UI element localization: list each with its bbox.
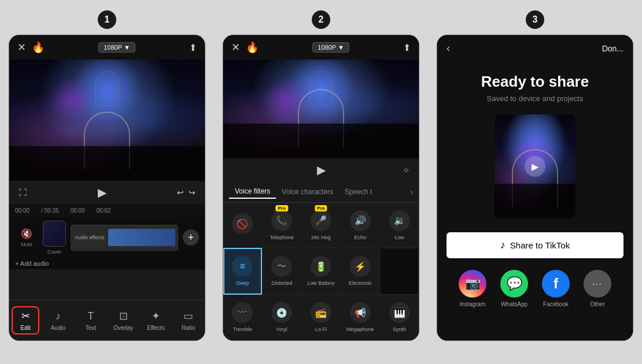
filter-deep-icon: ≡	[232, 256, 253, 277]
play-button[interactable]: ▶	[98, 185, 106, 199]
phone1-header-left: ✕ 🔥	[17, 41, 45, 54]
phone2-flame-icon: 🔥	[246, 41, 259, 54]
mute-label: Mute	[21, 242, 32, 247]
phone2-church-window	[309, 71, 333, 106]
phone3-header: ‹ Don...	[437, 35, 633, 61]
undo-icon[interactable]: ↩	[177, 188, 184, 197]
filter-michog-icon: 🎤	[311, 210, 331, 231]
filter-vinyl-label: Vinyl	[276, 326, 287, 333]
filter-telephone[interactable]: Pro 📞 Telephone	[263, 203, 301, 248]
tab-speech-text[interactable]: Speech t	[339, 185, 378, 198]
add-audio-label[interactable]: + Add audio	[15, 260, 49, 267]
redo-icon[interactable]: ↪	[189, 188, 195, 197]
time-current: 00:00	[15, 207, 29, 214]
playback-controls: ⛶ ▶ ↩ ↪	[9, 181, 205, 204]
filter-electronic-icon: ⚡	[350, 256, 371, 277]
text-label: Text	[86, 325, 96, 331]
filters-row-2: ≡ Deep 〜 Distorted 🔋 Low Battery ⚡ Elect…	[223, 248, 419, 295]
tab-voice-characters[interactable]: Voice characters	[276, 185, 339, 198]
filter-megaphone[interactable]: 📢 Megaphone	[341, 295, 379, 340]
fullscreen-icon[interactable]: ⛶	[19, 188, 27, 197]
filter-tremble-icon: 〰	[232, 302, 253, 323]
filter-telephone-label: Telephone	[270, 235, 294, 241]
phone2-resolution-badge[interactable]: 1080P ▼	[312, 42, 349, 53]
share-content: Ready to share Saved to device and proje…	[437, 61, 633, 340]
share-to-tiktok-button[interactable]: ♪ Share to TikTok	[447, 232, 623, 258]
share-video-thumbnail[interactable]: ▶	[495, 114, 575, 218]
toolbar-edit[interactable]: ✂ Edit	[12, 306, 39, 335]
play-icon: ▶	[532, 161, 538, 172]
filter-low[interactable]: 🔉 Low	[380, 203, 419, 248]
social-other[interactable]: ··· Other	[584, 270, 611, 307]
toolbar-effects[interactable]: ✦ Effects	[142, 310, 169, 331]
upload-icon[interactable]: ⬆	[189, 42, 197, 53]
add-audio-row: + Add audio	[9, 258, 205, 269]
filter-tremble-label: Tremble	[233, 326, 252, 333]
filter-echo-icon: 🔊	[350, 210, 371, 231]
filter-michog[interactable]: Pro 🎤 Mic Hog	[302, 203, 341, 248]
resolution-badge[interactable]: 1080P ▼	[98, 42, 135, 53]
timeline-track: 🔇 Mute Cover Audio effects +	[9, 217, 205, 258]
mute-track-item[interactable]: 🔇 Mute	[15, 228, 38, 247]
share-play-button[interactable]: ▶	[525, 156, 545, 177]
toolbar-audio[interactable]: ♪ Audio	[44, 310, 72, 331]
toolbar-text[interactable]: T Text	[77, 310, 105, 331]
toolbar-overlay[interactable]: ⊡ Overlay	[109, 310, 137, 331]
share-crowd-silhouette	[495, 184, 575, 218]
facebook-label: Facebook	[543, 301, 569, 307]
done-button[interactable]: Don...	[602, 44, 623, 53]
filter-lofi-icon: 📻	[311, 302, 331, 323]
back-arrow-icon[interactable]: ‹	[447, 42, 450, 54]
filter-echo[interactable]: 🔊 Echo	[341, 203, 379, 248]
social-facebook[interactable]: f Facebook	[542, 270, 570, 307]
filter-megaphone-label: Megaphone	[346, 326, 374, 333]
filter-distorted-label: Distorted	[271, 280, 292, 287]
filter-michog-label: Mic Hog	[311, 235, 330, 241]
phone2-play-button[interactable]: ▶	[317, 163, 326, 177]
other-icon: ···	[584, 270, 611, 298]
filter-michog-wrapper: Pro 🎤 Mic Hog	[302, 203, 341, 248]
time-total: / 00:35	[41, 207, 59, 214]
filter-low-battery[interactable]: 🔋 Low Battery	[302, 248, 341, 295]
social-instagram[interactable]: 📷 Instagram	[459, 270, 486, 307]
step-2-number: 2	[312, 10, 330, 29]
phone2-close-icon[interactable]: ✕	[231, 41, 240, 54]
undo-redo-group: ↩ ↪	[177, 188, 195, 197]
step-1-number: 1	[98, 10, 116, 29]
filter-vinyl-icon: 💿	[271, 302, 292, 323]
filter-none[interactable]: 🚫	[223, 203, 262, 248]
overlay-icon: ⊡	[119, 310, 128, 322]
toolbar-ratio[interactable]: ▭ Ratio	[175, 310, 202, 331]
step-3-number: 3	[526, 10, 544, 29]
instagram-label: Instagram	[460, 301, 485, 307]
add-track-button[interactable]: +	[183, 229, 199, 246]
filter-synth-label: Synth	[393, 326, 406, 333]
filter-synth[interactable]: 🎹 Synth	[380, 295, 419, 340]
filter-distorted-icon: 〜	[271, 256, 292, 277]
audio-effects-thumb[interactable]: Audio effects	[71, 225, 178, 251]
close-icon[interactable]: ✕	[17, 41, 26, 54]
cover-track-item[interactable]: Cover	[43, 221, 66, 255]
social-whatsapp[interactable]: 💬 WhatsApp	[500, 270, 528, 307]
filter-electronic[interactable]: ⚡ Electronic	[341, 248, 379, 295]
tiktok-btn-label: Share to TikTok	[510, 240, 570, 250]
phone2-playback-controls: ▶ ⟡	[223, 158, 419, 181]
phone2-upload-icon[interactable]: ⬆	[403, 42, 411, 53]
filter-electronic-label: Electronic	[349, 280, 372, 287]
edit-icon: ✂	[21, 310, 30, 322]
overlay-label: Overlay	[113, 325, 133, 331]
tab-voice-filters[interactable]: Voice filters	[229, 185, 276, 199]
phone2-effects-icon[interactable]: ⟡	[326, 165, 410, 175]
filter-distorted[interactable]: 〜 Distorted	[263, 248, 301, 295]
filters-row-3: 〰 Tremble 💿 Vinyl 📻 Lo-Fi 📢 Megaphone 🎹 …	[223, 295, 419, 340]
filter-low-label: Low	[394, 235, 404, 241]
text-icon: T	[87, 310, 94, 322]
filter-deep[interactable]: ≡ Deep	[223, 248, 262, 295]
social-icons-row: 📷 Instagram 💬 WhatsApp f Facebook ··· Ot…	[459, 270, 611, 307]
facebook-icon: f	[542, 270, 570, 298]
tabs-chevron[interactable]: ›	[410, 187, 413, 196]
timeline-marker1: 00:00	[71, 207, 85, 214]
filter-lofi[interactable]: 📻 Lo-Fi	[302, 295, 341, 340]
filter-vinyl[interactable]: 💿 Vinyl	[263, 295, 301, 340]
filter-tremble[interactable]: 〰 Tremble	[223, 295, 262, 340]
